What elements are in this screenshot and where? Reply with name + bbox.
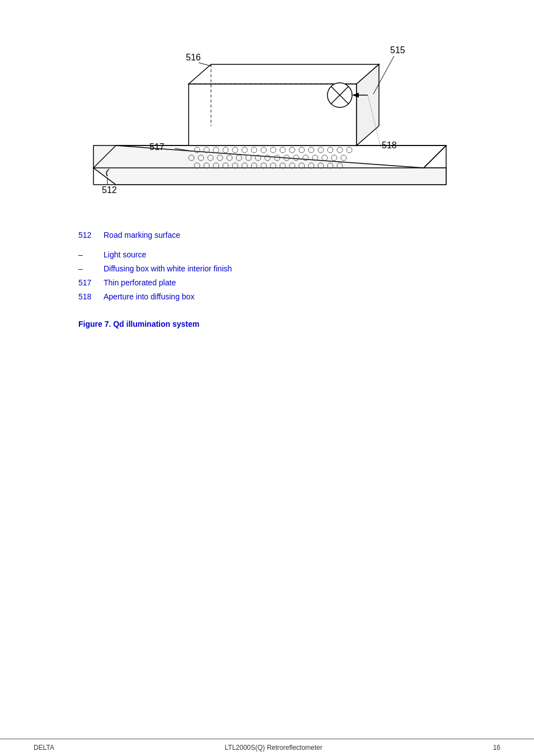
perforated-plate <box>189 147 352 168</box>
svg-point-24 <box>251 147 257 153</box>
legend-text-dash1: Light source <box>104 249 146 261</box>
footer: DELTA LTL2000S(Q) Retroreflectometer 16 <box>0 739 534 756</box>
svg-point-29 <box>299 147 305 153</box>
svg-point-49 <box>322 155 327 161</box>
legend-text-512: Road marking surface <box>104 229 180 241</box>
svg-text:512: 512 <box>102 185 117 195</box>
page-content: 516 515 517 518 512 512 <box>0 0 534 362</box>
svg-point-50 <box>331 155 337 161</box>
svg-point-22 <box>232 147 238 153</box>
legend-area: 512 Road marking surface – Light source … <box>34 224 500 303</box>
svg-text:517: 517 <box>149 142 165 152</box>
legend-row-dash2: – Diffusing box with white interior fini… <box>78 263 500 275</box>
diagram-svg: 516 515 517 518 512 <box>77 28 457 201</box>
svg-point-26 <box>270 147 276 153</box>
svg-point-30 <box>308 147 314 153</box>
footer-left: DELTA <box>34 744 54 752</box>
svg-line-12 <box>424 145 446 168</box>
figure-caption: Figure 7. Qd illumination system <box>34 320 500 328</box>
svg-point-34 <box>346 147 352 153</box>
legend-num-518: 518 <box>78 291 104 303</box>
svg-point-21 <box>223 147 228 153</box>
legend-text-dash2: Diffusing box with white interior finish <box>104 263 232 275</box>
svg-marker-14 <box>189 64 379 84</box>
svg-point-33 <box>337 147 343 153</box>
figure-caption-text: Figure 7. Qd illumination system <box>78 320 199 328</box>
legend-row-512: 512 Road marking surface <box>78 229 500 241</box>
svg-point-25 <box>261 147 266 153</box>
legend-text-517: Thin perforated plate <box>104 277 176 289</box>
svg-point-23 <box>242 147 247 153</box>
svg-text:518: 518 <box>382 140 397 150</box>
legend-row-518: 518 Aperture into diffusing box <box>78 291 500 303</box>
legend-num-512: 512 <box>78 229 104 241</box>
legend-row-517: 517 Thin perforated plate <box>78 277 500 289</box>
svg-marker-8 <box>93 145 446 185</box>
svg-point-27 <box>280 147 285 153</box>
svg-text:515: 515 <box>390 45 405 55</box>
footer-right: 16 <box>493 744 500 752</box>
svg-text:516: 516 <box>186 53 201 62</box>
svg-point-28 <box>289 147 295 153</box>
svg-point-31 <box>318 147 324 153</box>
svg-line-74 <box>199 63 211 66</box>
diagram-container: 516 515 517 518 512 <box>34 28 500 201</box>
legend-num-517: 517 <box>78 277 104 289</box>
svg-point-20 <box>213 147 219 153</box>
legend-dash-1: – <box>78 249 104 261</box>
footer-center: LTL2000S(Q) Retroreflectometer <box>225 744 323 752</box>
legend-row-dash1: – Light source <box>78 249 500 261</box>
svg-point-51 <box>341 155 346 161</box>
svg-point-32 <box>327 147 333 153</box>
legend-text-518: Aperture into diffusing box <box>104 291 194 303</box>
legend-dash-2: – <box>78 263 104 275</box>
